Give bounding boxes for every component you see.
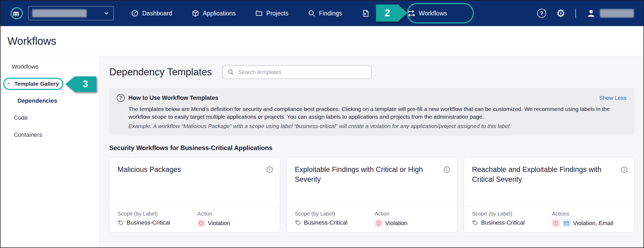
nav-findings[interactable]: Findings [308,9,342,17]
infobox-example: Example: A workflow “Malicious Package” … [128,123,626,129]
infobox-body: The templates below are Mend's definitio… [128,105,626,121]
projects-icon [255,9,263,17]
sidebar-item-label: Dependencies [18,97,57,104]
question-circle-icon: ? [117,94,125,102]
main-panel: Dependency Templates ? How to Use Workfl… [99,56,643,247]
findings-icon [308,9,316,17]
action-label: Action [375,211,454,217]
nav-applications[interactable]: Applications [191,9,236,17]
redacted-user-name [600,9,634,18]
nav-label: Findings [319,10,342,17]
scope-label: Scope (by Label) [472,211,552,217]
shield-violation-icon [552,219,560,227]
gear-icon[interactable]: ⚙ [556,8,565,18]
app-window: Dashboard Applications Projects [0,0,644,248]
page-title: Workflows [7,35,56,47]
nav-projects[interactable]: Projects [255,9,288,17]
template-cards-row: Malicious Packages Scope (by Label) [109,158,634,232]
scope-label: Scope (by Label) [118,211,197,217]
scope-value: Business-Critical [304,219,348,226]
callout-step-3: 3 [65,76,96,92]
callout-number: 2 [385,7,390,19]
template-card-malicious-packages[interactable]: Malicious Packages Scope (by Label) [109,158,280,232]
document-icon [361,9,370,18]
search-input[interactable] [238,69,367,75]
template-search[interactable] [223,65,371,79]
chevron-down-icon [103,10,110,17]
card-title: Malicious Packages [118,165,181,206]
sidebar-item-label: Code [14,114,28,121]
applications-icon [191,9,199,17]
action-value: Violation [385,220,408,227]
sidebar-item-label: Workflows [12,63,39,70]
sidebar-item-label: Containers [14,131,42,138]
scope-value: Business-Critical [481,219,525,226]
nav-label: Projects [266,10,288,17]
tag-icon [472,220,478,226]
content-area: Workflows Template Gallery Dependencies … [1,56,643,247]
gear-glyph: ⚙ [556,8,565,19]
nav-label: Applications [203,10,236,17]
callout-number: 3 [83,78,88,90]
workflows-icon [407,9,416,18]
show-less-link[interactable]: Show Less [599,95,626,101]
actions-label: Actions [552,211,632,217]
nav-label: Dashboard [142,10,172,17]
user-avatar-icon [586,8,596,18]
question-glyph: ? [119,95,122,101]
infobox-title: How to Use Workflow Templates [128,94,218,101]
scope-value: Business-Critical [127,219,170,226]
sidebar-item-dependencies[interactable]: Dependencies [1,92,99,109]
card-footer: Scope (by Label) Business-Critical [110,206,280,232]
action-label: Action [197,211,277,217]
sidebar-item-containers[interactable]: Containers [1,126,99,143]
callout-arrow-left: 3 [65,76,96,92]
chevron-up-icon [6,81,11,86]
org-selector-dropdown[interactable] [28,6,114,20]
main-title: Dependency Templates [109,67,212,78]
tag-icon [295,220,301,226]
navbar-divider [575,9,576,18]
mend-logo [10,7,23,20]
email-icon [562,219,570,227]
section-title: Security Workflows for Business-Critical… [109,144,634,152]
actions-value: Violation, Email [573,220,613,227]
callout-arrow-right: 2 [376,5,407,22]
shield-violation-icon [375,219,383,227]
action-value: Violation [208,220,230,227]
template-card-exploitable-findings[interactable]: Exploitable Findings with Critical or Hi… [287,158,457,232]
callout-step-2: 2 [376,5,407,22]
user-menu[interactable] [586,8,634,18]
help-icon[interactable]: ? [537,9,546,18]
sidebar-item-workflows[interactable]: Workflows [1,58,99,75]
how-to-infobox: ? How to Use Workflow Templates Show Les… [109,88,634,136]
main-header: Dependency Templates [109,65,634,79]
nav-dashboard[interactable]: Dashboard [131,9,172,17]
info-circle-icon[interactable] [621,166,628,206]
sidebar-item-code[interactable]: Code [1,109,99,126]
shield-violation-icon [197,219,205,227]
help-glyph: ? [540,10,543,16]
card-title: Reachable and Exploitable Findings with … [472,165,613,206]
nav-label: Workflows [419,10,447,17]
card-title: Exploitable Findings with Critical or Hi… [295,165,436,206]
dashboard-icon [131,9,139,17]
nav-document-button[interactable] [361,9,370,18]
sidebar: Workflows Template Gallery Dependencies … [1,56,99,247]
card-footer: Scope (by Label) Business-Critical [287,206,457,232]
redacted-org-name [32,9,87,17]
info-circle-icon[interactable] [443,166,450,206]
search-icon [227,69,234,76]
navbar-right-cluster: ? ⚙ [537,8,634,18]
nav-workflows[interactable]: Workflows [407,9,447,18]
info-circle-icon[interactable] [266,166,273,206]
scope-label: Scope (by Label) [295,211,375,217]
page-header: Workflows [1,26,643,56]
top-navbar: Dashboard Applications Projects [1,1,643,26]
sidebar-item-label: Template Gallery [14,81,59,87]
tag-icon [118,220,124,226]
template-card-reachable-exploitable[interactable]: Reachable and Exploitable Findings with … [464,158,634,232]
card-footer: Scope (by Label) Business-Critical [464,206,634,232]
